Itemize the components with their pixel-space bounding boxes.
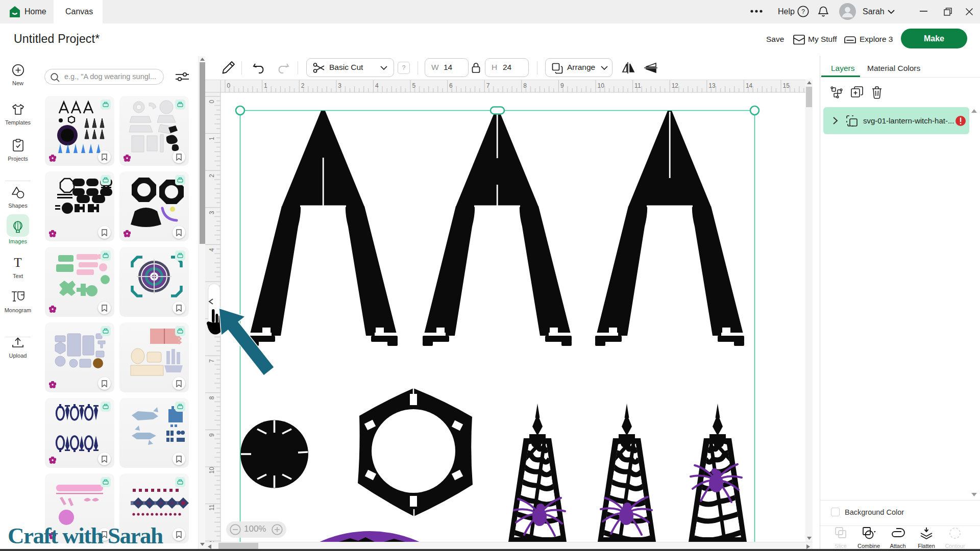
svg-text:9: 9 [560,82,564,89]
svg-text:7: 7 [208,359,215,363]
svg-text:15: 15 [783,82,790,89]
svg-text:6: 6 [449,82,453,89]
svg-text:0: 0 [227,82,231,89]
svg-text:8: 8 [523,82,527,89]
svg-text:8: 8 [208,396,215,399]
svg-text:7: 7 [486,82,490,89]
svg-text:12: 12 [672,82,679,89]
svg-text:3: 3 [338,82,341,89]
svg-text:1: 1 [264,82,267,89]
svg-text:4: 4 [375,82,379,89]
svg-text:2: 2 [208,174,215,178]
svg-text:0: 0 [208,100,215,104]
svg-text:5: 5 [412,82,416,89]
svg-text:T: T [14,256,21,269]
svg-text:13: 13 [708,82,716,89]
svg-text:10: 10 [208,467,215,474]
svg-text:2: 2 [301,82,305,89]
svg-text:?: ? [801,8,805,15]
svg-text:4: 4 [208,248,215,252]
svg-text:3: 3 [208,211,215,214]
svg-text:9: 9 [208,433,215,437]
svg-text:11: 11 [208,504,215,511]
svg-text:11: 11 [634,82,641,89]
svg-text:14: 14 [746,82,753,89]
svg-text:1: 1 [208,137,215,140]
svg-text:10: 10 [598,82,605,89]
